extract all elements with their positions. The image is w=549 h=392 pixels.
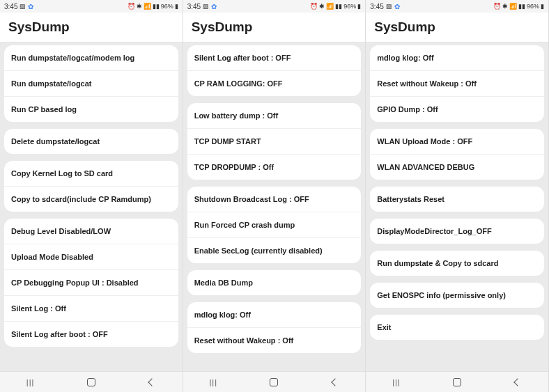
status-left: 3:45 ▧ ✿	[4, 3, 33, 10]
signal-icon: ▮▮	[153, 3, 160, 10]
list-item[interactable]: Delete dumpstate/logcat	[4, 129, 178, 154]
list-item[interactable]: Silent Log after boot : OFF	[187, 45, 362, 71]
recents-button[interactable]: |||	[199, 375, 227, 389]
settings-icon: ✿	[28, 3, 33, 10]
list-item[interactable]: CP RAM LOGGING: OFF	[187, 71, 362, 96]
back-button[interactable]	[504, 375, 532, 389]
group: Batterystats Reset	[370, 187, 544, 212]
screen-2: 3:45 ▧ ✿ ⏰ ✱ 📶 ▮▮ 96% ▮ SysDump Silent L…	[183, 0, 366, 392]
battery-icon: ▮	[541, 3, 544, 10]
back-button[interactable]	[138, 375, 166, 389]
battery-percent: 96%	[161, 3, 173, 10]
list-item[interactable]: WLAN Upload Mode : OFF	[370, 129, 544, 155]
content-area-2: Silent Log after boot : OFF CP RAM LOGGI…	[183, 42, 366, 371]
list-item[interactable]: Reset without Wakeup : Off	[370, 71, 544, 97]
status-bar: 3:45 ▧ ✿ ⏰ ✱ 📶 ▮▮ 96% ▮	[0, 0, 183, 13]
status-bar: 3:45 ▧ ✿ ⏰ ✱ 📶 ▮▮ 96% ▮	[183, 0, 366, 13]
group: Delete dumpstate/logcat	[4, 129, 178, 154]
recents-button[interactable]: |||	[17, 375, 45, 389]
group: Run dumpstate & Copy to sdcard	[370, 251, 544, 276]
list-item[interactable]: Debug Level Disabled/LOW	[4, 219, 178, 244]
status-left: 3:45 ▧ ✿	[187, 3, 217, 10]
group: Media DB Dump	[187, 270, 362, 295]
page-title: SysDump	[8, 19, 174, 35]
list-item[interactable]: Get ENOSPC info (permissive only)	[370, 283, 544, 308]
list-item[interactable]: Copy to sdcard(include CP Ramdump)	[4, 187, 178, 212]
group: mdlog klog: Off Reset without Wakeup : O…	[187, 302, 362, 353]
list-item[interactable]: GPIO Dump : Off	[370, 97, 544, 122]
wifi-icon: 📶	[326, 3, 334, 10]
group: Run dumpstate/logcat/modem log Run dumps…	[4, 45, 178, 122]
list-item[interactable]: Low battery dump : Off	[187, 103, 362, 129]
list-item[interactable]: TCP DROPDUMP : Off	[187, 155, 362, 180]
wifi-icon: 📶	[144, 3, 151, 10]
page-title: SysDump	[192, 19, 357, 35]
home-icon	[87, 378, 95, 386]
list-item[interactable]: Run dumpstate/logcat	[4, 71, 178, 97]
battery-icon: ▮	[175, 3, 178, 10]
signal-icon: ▮▮	[335, 3, 342, 10]
home-button[interactable]	[443, 375, 471, 389]
list-item[interactable]: TCP DUMP START	[187, 129, 362, 155]
group: Shutdown Broadcast Log : OFF Run Forced …	[187, 187, 362, 263]
alarm-icon: ⏰	[310, 3, 318, 10]
notification-icon: ▧	[203, 3, 209, 10]
status-right: ⏰ ✱ 📶 ▮▮ 96% ▮	[127, 3, 178, 10]
list-item[interactable]: mdlog klog: Off	[370, 45, 544, 71]
list-item[interactable]: Copy Kernel Log to SD card	[4, 161, 178, 187]
list-item[interactable]: Exit	[370, 315, 544, 340]
list-item[interactable]: DisplayModeDirector_Log_OFF	[370, 219, 544, 244]
alarm-icon: ⏰	[493, 3, 501, 10]
group: mdlog klog: Off Reset without Wakeup : O…	[370, 45, 544, 122]
settings-icon: ✿	[211, 3, 217, 10]
battery-icon: ▮	[357, 3, 361, 10]
content-area-1: Run dumpstate/logcat/modem log Run dumps…	[0, 42, 183, 371]
list-item[interactable]: Run CP based log	[4, 97, 178, 122]
group: Copy Kernel Log to SD card Copy to sdcar…	[4, 161, 178, 212]
notification-icon: ▧	[20, 3, 26, 10]
group: Get ENOSPC info (permissive only)	[370, 283, 544, 308]
list-item[interactable]: Run dumpstate & Copy to sdcard	[370, 251, 544, 276]
battery-percent: 96%	[527, 3, 539, 10]
list-item[interactable]: Run Forced CP crash dump	[187, 212, 362, 238]
list-item[interactable]: Run dumpstate/logcat/modem log	[4, 45, 178, 71]
alarm-icon: ⏰	[127, 3, 135, 10]
list-item[interactable]: WLAN ADVANCED DEBUG	[370, 155, 544, 180]
list-item[interactable]: Batterystats Reset	[370, 187, 544, 212]
group: WLAN Upload Mode : OFF WLAN ADVANCED DEB…	[370, 129, 544, 180]
status-time: 3:45	[187, 3, 201, 10]
list-item[interactable]: CP Debugging Popup UI : Disabled	[4, 270, 178, 296]
title-bar: SysDump	[366, 13, 548, 42]
back-button[interactable]	[321, 375, 349, 389]
status-time: 3:45	[4, 3, 17, 10]
content-area-3: mdlog klog: Off Reset without Wakeup : O…	[366, 42, 548, 371]
list-item[interactable]: Reset without Wakeup : Off	[187, 328, 362, 353]
settings-icon: ✿	[394, 3, 400, 10]
battery-percent: 96%	[343, 3, 356, 10]
notification-icon: ▧	[386, 3, 392, 10]
list-item[interactable]: Shutdown Broadcast Log : OFF	[187, 187, 362, 212]
title-bar: SysDump	[183, 13, 366, 42]
list-item[interactable]: Silent Log after boot : OFF	[4, 322, 178, 347]
recents-button[interactable]: |||	[382, 375, 410, 389]
nav-bar: |||	[183, 371, 366, 392]
home-icon	[270, 378, 278, 386]
list-item[interactable]: Upload Mode Disabled	[4, 244, 178, 270]
screen-1: 3:45 ▧ ✿ ⏰ ✱ 📶 ▮▮ 96% ▮ SysDump Run dump…	[0, 0, 183, 392]
list-item[interactable]: mdlog klog: Off	[187, 302, 362, 328]
home-icon	[453, 378, 461, 386]
status-left: 3:45 ▧ ✿	[370, 3, 399, 10]
list-item[interactable]: Enable SecLog (currently disabled)	[187, 238, 362, 263]
title-bar: SysDump	[0, 13, 183, 42]
group: Debug Level Disabled/LOW Upload Mode Dis…	[4, 219, 178, 347]
status-right: ⏰ ✱ 📶 ▮▮ 96% ▮	[310, 3, 361, 10]
group: Exit	[370, 315, 544, 340]
bluetooth-icon: ✱	[319, 3, 325, 10]
home-button[interactable]	[260, 375, 288, 389]
bluetooth-icon: ✱	[502, 3, 508, 10]
wifi-icon: 📶	[509, 3, 517, 10]
list-item[interactable]: Silent Log : Off	[4, 296, 178, 322]
home-button[interactable]	[77, 375, 105, 389]
list-item[interactable]: Media DB Dump	[187, 270, 362, 295]
status-right: ⏰ ✱ 📶 ▮▮ 96% ▮	[493, 3, 544, 10]
